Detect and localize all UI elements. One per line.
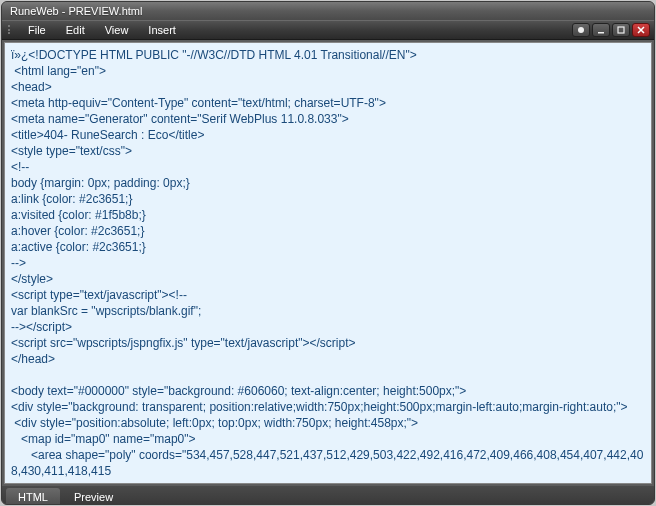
- close-icon: [636, 25, 646, 35]
- titlebar[interactable]: RuneWeb - PREVIEW.html: [2, 2, 654, 20]
- maximize-icon: [616, 25, 626, 35]
- minimize-button[interactable]: [592, 23, 610, 37]
- menu-view[interactable]: View: [95, 21, 139, 39]
- menu-file[interactable]: File: [18, 21, 56, 39]
- window-title: RuneWeb - PREVIEW.html: [10, 5, 142, 17]
- menubar: File Edit View Insert: [2, 20, 654, 40]
- svg-rect-1: [598, 32, 604, 34]
- bottom-tabbar: HTML Preview: [2, 486, 654, 504]
- svg-rect-2: [618, 27, 624, 33]
- svg-point-0: [578, 27, 584, 33]
- record-button[interactable]: [572, 23, 590, 37]
- maximize-button[interactable]: [612, 23, 630, 37]
- close-button[interactable]: [632, 23, 650, 37]
- minimize-icon: [596, 25, 606, 35]
- menu-edit[interactable]: Edit: [56, 21, 95, 39]
- menu-insert[interactable]: Insert: [138, 21, 186, 39]
- circle-icon: [576, 25, 586, 35]
- app-window: RuneWeb - PREVIEW.html File Edit View In…: [1, 1, 655, 505]
- code-editor[interactable]: ï»¿<!DOCTYPE HTML PUBLIC "-//W3C//DTD HT…: [4, 42, 652, 484]
- content-area: ï»¿<!DOCTYPE HTML PUBLIC "-//W3C//DTD HT…: [2, 40, 654, 486]
- tab-html[interactable]: HTML: [6, 488, 60, 504]
- tab-preview[interactable]: Preview: [62, 488, 125, 504]
- toolbar-grip[interactable]: [6, 23, 14, 37]
